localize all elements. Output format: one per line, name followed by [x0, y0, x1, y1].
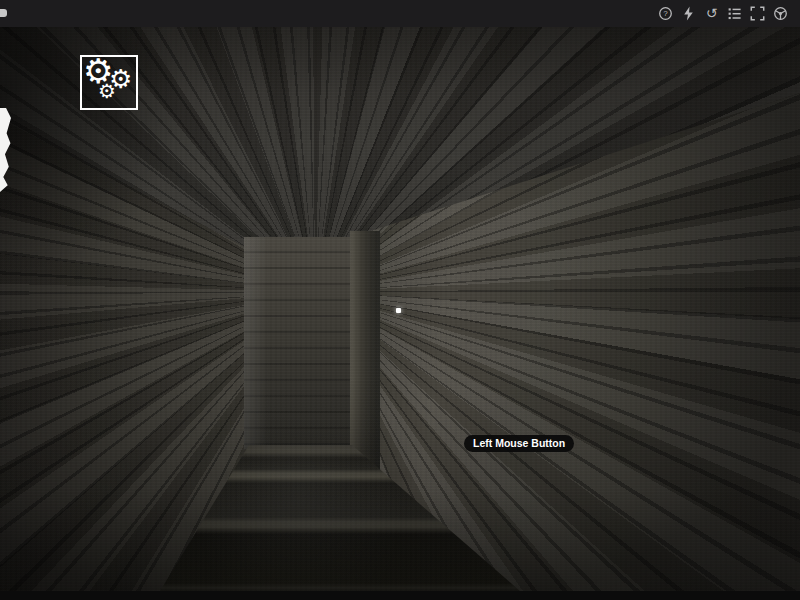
movement-joystick[interactable]: W D S: [0, 340, 180, 580]
list-icon: [727, 6, 742, 21]
undo-button[interactable]: ↺: [704, 6, 719, 21]
undo-icon: ↺: [706, 6, 718, 21]
help-button[interactable]: ?: [658, 6, 673, 21]
lightning-button[interactable]: [681, 6, 696, 21]
mouse-hint-tooltip: Left Mouse Button: [464, 435, 574, 452]
settings-gears-button[interactable]: ⚙ ⚙ ⚙: [80, 55, 138, 110]
steering-wheel-button[interactable]: [773, 6, 788, 21]
bottom-letterbox-bar: [0, 591, 800, 600]
lightning-icon: [681, 6, 696, 21]
svg-text:?: ?: [663, 9, 668, 18]
scene-back-wall: [244, 237, 354, 449]
fullscreen-icon: [750, 6, 765, 21]
reticle-dot: [396, 308, 401, 313]
list-button[interactable]: [727, 6, 742, 21]
help-icon: ?: [658, 6, 673, 21]
steering-wheel-icon: [773, 6, 788, 21]
app-window: ⚙ ⚙ ⚙ W D S Left Mouse Button ?: [0, 0, 800, 600]
clipped-left-toolbar-item: [0, 9, 7, 17]
toolbar-icon-group: ? ↺: [658, 0, 788, 27]
fullscreen-button[interactable]: [750, 6, 765, 21]
gear-icon: ⚙: [98, 81, 116, 101]
top-toolbar: ? ↺: [0, 0, 800, 27]
